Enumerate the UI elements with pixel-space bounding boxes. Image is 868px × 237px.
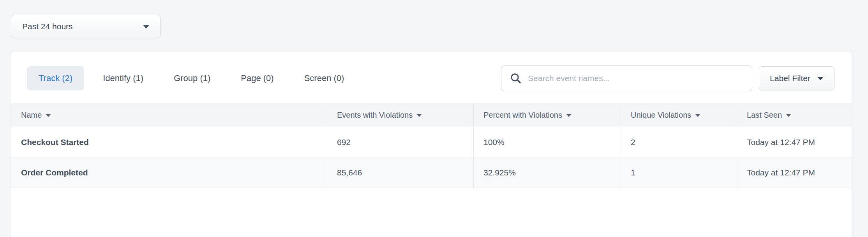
toolbar-right: Label Filter xyxy=(501,65,834,91)
search-icon xyxy=(510,73,522,84)
cell-events-with-violations: 692 xyxy=(327,127,473,157)
toolbar: Track (2) Identify (1) Group (1) Page (0… xyxy=(11,51,852,92)
cell-percent-with-violations: 32.925% xyxy=(473,157,621,187)
violations-table: Name Events with Violations Percent with… xyxy=(11,103,852,188)
sort-caret-icon xyxy=(417,114,422,117)
search-input[interactable] xyxy=(528,74,743,83)
column-header-label: Percent with Violations xyxy=(483,111,562,120)
column-header-label: Last Seen xyxy=(747,111,782,120)
table-row-checkout-started[interactable]: Checkout Started 692 100% 2 Today at 12:… xyxy=(11,127,852,157)
column-header-label: Events with Violations xyxy=(337,111,413,120)
column-header-last-seen[interactable]: Last Seen xyxy=(737,103,852,127)
column-header-unique-violations[interactable]: Unique Violations xyxy=(621,103,737,127)
cell-events-with-violations: 85,646 xyxy=(327,157,473,187)
cell-unique-violations: 1 xyxy=(621,157,737,187)
tab-group[interactable]: Group (1) xyxy=(162,66,222,90)
column-header-label: Name xyxy=(21,111,42,120)
tab-page[interactable]: Page (0) xyxy=(229,66,285,90)
violations-card: Track (2) Identify (1) Group (1) Page (0… xyxy=(11,51,852,237)
tab-identify[interactable]: Identify (1) xyxy=(91,66,155,90)
tab-track[interactable]: Track (2) xyxy=(27,66,84,90)
sort-caret-icon xyxy=(46,114,51,117)
time-range-value: Past 24 hours xyxy=(22,22,73,31)
column-header-events-with-violations[interactable]: Events with Violations xyxy=(327,103,473,127)
chevron-down-icon xyxy=(817,77,824,80)
cell-percent-with-violations: 100% xyxy=(473,127,621,157)
sort-caret-icon xyxy=(786,114,791,117)
sort-caret-icon xyxy=(695,114,700,117)
column-header-percent-with-violations[interactable]: Percent with Violations xyxy=(473,103,621,127)
time-range-picker[interactable]: Past 24 hours xyxy=(11,15,161,38)
cell-last-seen: Today at 12:47 PM xyxy=(737,127,852,157)
column-header-name[interactable]: Name xyxy=(11,103,327,127)
chevron-down-icon xyxy=(143,25,149,28)
label-filter-button[interactable]: Label Filter xyxy=(759,66,834,90)
event-type-tabs: Track (2) Identify (1) Group (1) Page (0… xyxy=(27,66,356,90)
search-box[interactable] xyxy=(501,65,752,91)
tab-screen[interactable]: Screen (0) xyxy=(293,66,356,90)
label-filter-text: Label Filter xyxy=(770,74,810,83)
cell-unique-violations: 2 xyxy=(621,127,737,157)
cell-name: Order Completed xyxy=(11,157,327,187)
table-row-order-completed[interactable]: Order Completed 85,646 32.925% 1 Today a… xyxy=(11,157,852,188)
table-header-row: Name Events with Violations Percent with… xyxy=(11,103,852,127)
cell-last-seen: Today at 12:47 PM xyxy=(737,157,852,187)
sort-caret-icon xyxy=(566,114,571,117)
cell-name: Checkout Started xyxy=(11,127,327,157)
column-header-label: Unique Violations xyxy=(631,111,691,120)
